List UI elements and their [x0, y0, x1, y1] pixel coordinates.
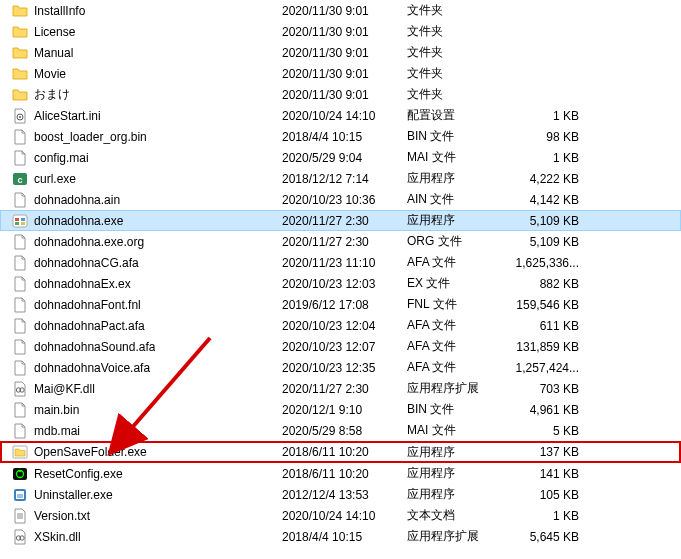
file-row[interactable]: dohnadohnaFont.fnl2019/6/12 17:08FNL 文件1… [0, 294, 681, 315]
file-date: 2020/10/23 12:35 [282, 361, 407, 375]
svg-rect-5 [15, 218, 19, 221]
file-date: 2020/11/27 2:30 [282, 214, 407, 228]
file-list: InstallInfo2020/11/30 9:01文件夹License2020… [0, 0, 681, 547]
file-name: dohnadohnaSound.afa [34, 340, 155, 354]
file-row[interactable]: main.bin2020/12/1 9:10BIN 文件4,961 KB [0, 399, 681, 420]
file-type: EX 文件 [407, 275, 512, 292]
file-date: 2020/11/23 11:10 [282, 256, 407, 270]
file-row[interactable]: dohnadohna.exe.org2020/11/27 2:30ORG 文件5… [0, 231, 681, 252]
file-row[interactable]: dohnadohnaSound.afa2020/10/23 12:07AFA 文… [0, 336, 681, 357]
file-size: 1 KB [512, 109, 587, 123]
file-row[interactable]: Manual2020/11/30 9:01文件夹 [0, 42, 681, 63]
file-icon [12, 318, 28, 334]
file-size: 159,546 KB [512, 298, 587, 312]
file-icon [12, 402, 28, 418]
file-date: 2012/12/4 13:53 [282, 488, 407, 502]
file-icon [12, 129, 28, 145]
file-date: 2020/11/30 9:01 [282, 46, 407, 60]
file-date: 2018/12/12 7:14 [282, 172, 407, 186]
file-row[interactable]: InstallInfo2020/11/30 9:01文件夹 [0, 0, 681, 21]
file-type: MAI 文件 [407, 422, 512, 439]
file-type: 文件夹 [407, 65, 512, 82]
svg-rect-7 [15, 222, 19, 225]
dll-icon [12, 529, 28, 545]
file-size: 1,625,336... [512, 256, 587, 270]
file-type: BIN 文件 [407, 401, 512, 418]
file-name: dohnadohna.ain [34, 193, 120, 207]
file-row[interactable]: License2020/11/30 9:01文件夹 [0, 21, 681, 42]
file-type: 应用程序 [407, 444, 512, 461]
file-row[interactable]: dohnadohnaPact.afa2020/10/23 12:04AFA 文件… [0, 315, 681, 336]
file-date: 2020/11/27 2:30 [282, 235, 407, 249]
exe-uninstall-icon [12, 487, 28, 503]
file-icon [12, 192, 28, 208]
file-name: Version.txt [34, 509, 90, 523]
file-type: 应用程序 [407, 212, 512, 229]
file-name: Movie [34, 67, 66, 81]
file-name: main.bin [34, 403, 79, 417]
file-type: AFA 文件 [407, 359, 512, 376]
file-name: dohnadohnaCG.afa [34, 256, 139, 270]
file-row[interactable]: Version.txt2020/10/24 14:10文本文档1 KB [0, 505, 681, 526]
file-date: 2020/11/30 9:01 [282, 25, 407, 39]
file-date: 2020/5/29 8:58 [282, 424, 407, 438]
file-name: License [34, 25, 75, 39]
file-type: 应用程序 [407, 486, 512, 503]
file-row[interactable]: Uninstaller.exe2012/12/4 13:53应用程序105 KB [0, 484, 681, 505]
svg-rect-12 [13, 468, 27, 480]
file-type: 应用程序扩展 [407, 380, 512, 397]
file-size: 4,961 KB [512, 403, 587, 417]
file-size: 1 KB [512, 151, 587, 165]
file-row[interactable]: dohnadohnaEx.ex2020/10/23 12:03EX 文件882 … [0, 273, 681, 294]
file-name: config.mai [34, 151, 89, 165]
svg-rect-16 [16, 491, 24, 493]
file-date: 2018/6/11 10:20 [282, 467, 407, 481]
file-row[interactable]: mdb.mai2020/5/29 8:58MAI 文件5 KB [0, 420, 681, 441]
file-date: 2020/11/30 9:01 [282, 88, 407, 102]
file-type: MAI 文件 [407, 149, 512, 166]
file-icon [12, 276, 28, 292]
file-name: XSkin.dll [34, 530, 81, 544]
txt-icon [12, 508, 28, 524]
exe-folder-icon [12, 444, 28, 460]
file-row[interactable]: OpenSaveFolder.exe2018/6/11 10:20应用程序137… [0, 441, 681, 463]
file-type: FNL 文件 [407, 296, 512, 313]
file-size: 4,142 KB [512, 193, 587, 207]
file-row[interactable]: Mai@KF.dll2020/11/27 2:30应用程序扩展703 KB [0, 378, 681, 399]
file-date: 2018/4/4 10:15 [282, 530, 407, 544]
file-row[interactable]: dohnadohna.exe2020/11/27 2:30应用程序5,109 K… [0, 210, 681, 231]
file-type: AFA 文件 [407, 254, 512, 271]
file-type: AIN 文件 [407, 191, 512, 208]
folder-icon [12, 3, 28, 19]
file-date: 2020/11/30 9:01 [282, 67, 407, 81]
file-date: 2020/11/27 2:30 [282, 382, 407, 396]
file-row[interactable]: config.mai2020/5/29 9:04MAI 文件1 KB [0, 147, 681, 168]
file-row[interactable]: ccurl.exe2018/12/12 7:14应用程序4,222 KB [0, 168, 681, 189]
file-date: 2020/11/30 9:01 [282, 4, 407, 18]
file-size: 5,645 KB [512, 530, 587, 544]
folder-icon [12, 87, 28, 103]
file-date: 2020/10/23 12:04 [282, 319, 407, 333]
file-date: 2020/10/23 12:07 [282, 340, 407, 354]
file-size: 703 KB [512, 382, 587, 396]
file-row[interactable]: Movie2020/11/30 9:01文件夹 [0, 63, 681, 84]
file-row[interactable]: dohnadohnaCG.afa2020/11/23 11:10AFA 文件1,… [0, 252, 681, 273]
exe-reset-icon [12, 466, 28, 482]
file-type: ORG 文件 [407, 233, 512, 250]
file-size: 5 KB [512, 424, 587, 438]
file-date: 2020/10/23 10:36 [282, 193, 407, 207]
file-row[interactable]: ResetConfig.exe2018/6/11 10:20应用程序141 KB [0, 463, 681, 484]
folder-icon [12, 24, 28, 40]
file-row[interactable]: おまけ2020/11/30 9:01文件夹 [0, 84, 681, 105]
file-row[interactable]: dohnadohna.ain2020/10/23 10:36AIN 文件4,14… [0, 189, 681, 210]
file-name: dohnadohnaEx.ex [34, 277, 131, 291]
file-type: 文件夹 [407, 44, 512, 61]
file-name: Mai@KF.dll [34, 382, 95, 396]
file-date: 2018/6/11 10:20 [282, 445, 407, 459]
file-name: dohnadohnaPact.afa [34, 319, 145, 333]
file-row[interactable]: dohnadohnaVoice.afa2020/10/23 12:35AFA 文… [0, 357, 681, 378]
file-row[interactable]: XSkin.dll2018/4/4 10:15应用程序扩展5,645 KB [0, 526, 681, 547]
svg-rect-8 [21, 222, 25, 225]
file-row[interactable]: AliceStart.ini2020/10/24 14:10配置设置1 KB [0, 105, 681, 126]
file-row[interactable]: boost_loader_org.bin2018/4/4 10:15BIN 文件… [0, 126, 681, 147]
